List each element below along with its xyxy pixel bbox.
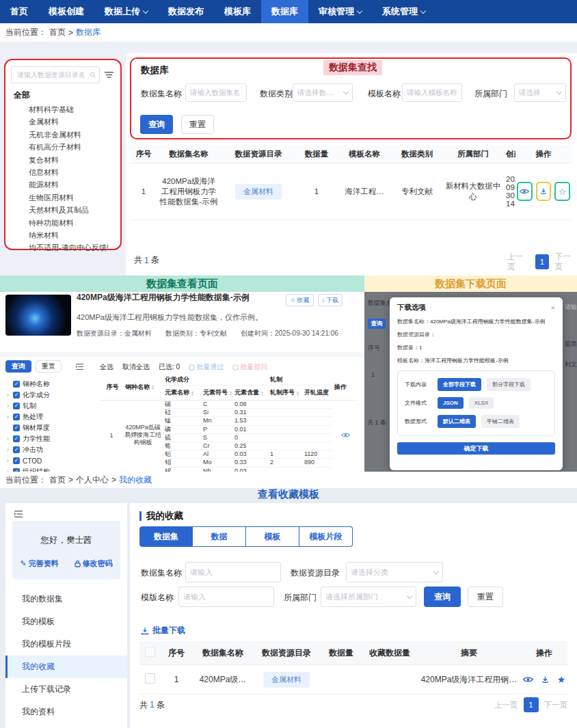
- cancel-all-link[interactable]: 取消全选: [122, 362, 150, 372]
- category-item[interactable]: 材料科学基础: [29, 103, 115, 116]
- dataset-name-input[interactable]: 请输入: [185, 562, 281, 582]
- field-checkbox-row[interactable]: › ✓ 冲击功: [5, 444, 94, 455]
- expand-caret-icon[interactable]: ›: [5, 403, 10, 409]
- checkbox-checked-icon[interactable]: ✓: [13, 435, 20, 442]
- checkbox-checked-icon[interactable]: ✓: [13, 424, 20, 431]
- nav-item-system[interactable]: 系统管理: [372, 0, 435, 23]
- expand-caret-icon[interactable]: ›: [5, 435, 10, 442]
- sort-icon[interactable]: ▲▼: [296, 390, 299, 396]
- sort-icon[interactable]: ▲▼: [260, 390, 264, 396]
- tab-datasets[interactable]: 数据集: [139, 526, 193, 547]
- expand-caret-icon[interactable]: ›: [5, 457, 10, 464]
- field-checkbox-row[interactable]: › ✓ 轧制: [5, 401, 94, 412]
- checkbox-checked-icon[interactable]: ✓: [13, 381, 20, 388]
- nav-item-data-upload[interactable]: 数据上传: [94, 0, 158, 23]
- close-icon[interactable]: ×: [551, 304, 555, 312]
- option-xlsx[interactable]: XLSX: [469, 397, 494, 409]
- tab-template-fragments[interactable]: 模板片段: [299, 526, 353, 547]
- option-all-fields[interactable]: 全部字段下载: [438, 378, 481, 391]
- option-default-table[interactable]: 默认二维表: [438, 415, 476, 428]
- category-item[interactable]: 复合材料: [29, 154, 115, 166]
- field-checkbox-row[interactable]: › ✓ CTOD: [5, 455, 94, 466]
- search-button[interactable]: 查询: [424, 587, 461, 607]
- favorite-button[interactable]: ☆收藏: [286, 294, 313, 306]
- view-button[interactable]: [517, 182, 533, 201]
- nav-item-audit[interactable]: 审核管理: [308, 0, 372, 23]
- template-name-input[interactable]: 请输入模板名称: [402, 83, 462, 102]
- category-search-field[interactable]: [16, 70, 90, 79]
- nav-item-data-publish[interactable]: 数据发布: [158, 0, 214, 23]
- option-partial-fields[interactable]: 部分字段下载: [487, 378, 531, 391]
- dataset-name-cell[interactable]: 420MPa级海洋工程用钢板力学性能数据集-示例: [157, 163, 220, 220]
- category-item[interactable]: 有机高分子材料: [29, 141, 115, 153]
- field-checkbox-row[interactable]: › ✓ 组织结构: [5, 466, 94, 472]
- collapse-icon[interactable]: [14, 510, 23, 518]
- sort-icon[interactable]: ▲▼: [191, 390, 194, 396]
- category-root[interactable]: 全部: [14, 90, 115, 101]
- checkbox-checked-icon[interactable]: ✓: [13, 403, 20, 409]
- checkbox-checked-icon[interactable]: ✓: [13, 392, 20, 399]
- prev-page-button[interactable]: 上一页: [494, 700, 518, 710]
- category-item[interactable]: 纳米材料: [29, 229, 115, 241]
- nav-item-template-create[interactable]: 模板创建: [38, 0, 94, 23]
- category-item[interactable]: 天然材料及其制品: [29, 204, 115, 216]
- nav-item-template-library[interactable]: 模板库: [214, 0, 261, 23]
- change-password-link[interactable]: 修改密码: [75, 558, 113, 569]
- reset-button[interactable]: 重置: [36, 360, 62, 373]
- row-checkbox[interactable]: [145, 673, 155, 684]
- eye-icon[interactable]: [341, 432, 350, 438]
- dataset-name-input[interactable]: 请输入数据集名: [185, 83, 247, 102]
- breadcrumb-home[interactable]: 首页: [49, 27, 66, 38]
- edit-profile-link[interactable]: ✎完善资料: [20, 558, 58, 569]
- batch-download-link[interactable]: 批量下载: [141, 625, 185, 636]
- confirm-download-button[interactable]: 确定下载: [397, 442, 555, 455]
- category-search-input[interactable]: [11, 66, 100, 83]
- sidebar-item-my-template-fragments[interactable]: 我的模板片段: [5, 633, 127, 656]
- field-checkbox-row[interactable]: › ✓ 力学性能: [5, 433, 94, 444]
- breadcrumb-home[interactable]: 首页: [49, 474, 66, 486]
- favorite-button[interactable]: ☆: [554, 182, 570, 201]
- checkbox-checked-icon[interactable]: ✓: [13, 457, 20, 464]
- view-button[interactable]: [523, 676, 533, 683]
- sidebar-item-my-datasets[interactable]: 我的数据集: [5, 588, 127, 610]
- field-checkbox-row[interactable]: › ✓ 热处理: [5, 412, 94, 422]
- current-page-button[interactable]: 1: [524, 697, 539, 712]
- prev-page-button[interactable]: 上一页: [507, 252, 530, 272]
- category-item[interactable]: 无机非金属材料: [29, 129, 115, 141]
- data-category-select[interactable]: 请选择数…: [293, 83, 353, 102]
- star-filled-icon[interactable]: ★: [557, 674, 566, 685]
- tab-templates[interactable]: 模板: [246, 526, 299, 547]
- field-checkbox-row[interactable]: ✓ 钢种名称: [5, 379, 94, 390]
- current-page-button[interactable]: 1: [535, 254, 550, 269]
- select-all-checkbox[interactable]: [145, 647, 155, 657]
- expand-caret-icon[interactable]: ›: [5, 392, 10, 399]
- category-item[interactable]: 金属材料: [29, 116, 115, 128]
- download-button[interactable]: [541, 675, 550, 684]
- category-item[interactable]: 生物医用材料: [29, 191, 115, 204]
- sidebar-item-my-templates[interactable]: 我的模板: [5, 610, 127, 633]
- download-button[interactable]: ↓下载: [318, 294, 343, 306]
- category-item[interactable]: 能源材料: [29, 178, 115, 191]
- category-item[interactable]: 特种功能材料: [29, 217, 115, 229]
- sidebar-item-upload-download-history[interactable]: 上传下载记录: [5, 678, 127, 701]
- next-page-button[interactable]: 下一页: [544, 700, 568, 710]
- breadcrumb-personal-center[interactable]: 个人中心: [76, 474, 109, 486]
- batch-approve-link[interactable]: 批量通过: [189, 362, 224, 372]
- department-select[interactable]: 请选择所属部门: [321, 587, 416, 607]
- checkbox-checked-icon[interactable]: ✓: [13, 446, 20, 453]
- reset-button[interactable]: 重置: [468, 587, 503, 607]
- checkbox-checked-icon[interactable]: ✓: [13, 414, 20, 420]
- select-all-link[interactable]: 全选: [100, 362, 113, 372]
- collapse-icon[interactable]: [75, 363, 84, 370]
- department-select[interactable]: 请选择: [514, 83, 566, 102]
- catalog-select[interactable]: 请选择分类: [346, 562, 443, 582]
- batch-reject-link[interactable]: 批量驳回: [232, 362, 267, 372]
- category-item[interactable]: 信息材料: [29, 166, 115, 178]
- next-page-button[interactable]: 下一页: [554, 252, 577, 272]
- download-button[interactable]: [536, 182, 552, 201]
- template-name-input[interactable]: 请输入: [178, 587, 274, 607]
- search-button[interactable]: 查询: [5, 360, 31, 373]
- tab-data[interactable]: 数据: [193, 526, 246, 547]
- dataset-name-cell[interactable]: 420MPa级…: [193, 665, 253, 695]
- sidebar-item-my-favorites[interactable]: 我的收藏: [5, 656, 127, 678]
